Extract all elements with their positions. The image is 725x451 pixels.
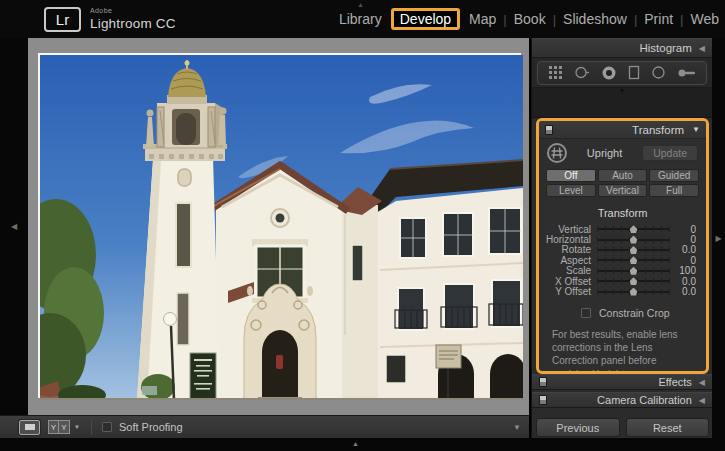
effects-collapse-icon[interactable]: ◀ (699, 378, 705, 387)
effects-enable-toggle[interactable] (539, 377, 547, 387)
lightroom-window: Lr Adobe Lightroom CC ▲ Library Develop … (0, 0, 725, 451)
upright-guided-button[interactable]: Guided (649, 169, 699, 182)
crop-overlay-icon[interactable] (548, 65, 563, 80)
slider-thumb[interactable] (629, 256, 638, 264)
top-module-bar: Lr Adobe Lightroom CC ▲ Library Develop … (0, 0, 725, 38)
upright-vertical-button[interactable]: Vertical (598, 184, 648, 197)
graduated-filter-icon[interactable] (628, 65, 640, 80)
upright-level-button[interactable]: Level (546, 184, 596, 197)
photo-image (40, 55, 523, 400)
slider-value[interactable]: 0 (670, 224, 696, 235)
slider-thumb[interactable] (629, 246, 638, 254)
loupe-view-button[interactable] (19, 420, 40, 435)
toolbar-options-icon[interactable]: ▼ (513, 423, 521, 432)
slider-label: X Offset (545, 276, 597, 287)
slider-track[interactable] (597, 225, 670, 233)
upright-auto-button[interactable]: Auto (598, 169, 648, 182)
slider-scale: Scale 100 (545, 266, 696, 276)
brand-block: Adobe Lightroom CC (90, 7, 176, 31)
slider-track[interactable] (597, 288, 670, 296)
camera-calibration-enable-toggle[interactable] (539, 395, 547, 405)
upright-tool-icon[interactable] (547, 143, 567, 163)
upright-label: Upright (567, 147, 642, 159)
slider-label: Y Offset (545, 286, 597, 297)
after-view-icon[interactable]: Y (59, 420, 70, 434)
effects-title: Effects (658, 376, 691, 388)
spot-removal-icon[interactable] (574, 65, 590, 80)
left-panel-expand-icon[interactable]: ◀ (11, 222, 17, 231)
develop-footer-buttons: Previous Reset (536, 418, 709, 437)
adjustment-brush-icon[interactable] (677, 66, 697, 80)
camera-calibration-collapse-icon[interactable]: ◀ (699, 396, 705, 405)
upright-full-button[interactable]: Full (649, 184, 699, 197)
slider-thumb[interactable] (629, 288, 638, 296)
scroll-notch-icon: ▼ (619, 87, 626, 94)
update-button[interactable]: Update (642, 145, 698, 161)
soft-proofing-label: Soft Proofing (119, 421, 183, 433)
slider-thumb[interactable] (629, 277, 638, 285)
left-panel-collapsed-strip[interactable]: ◀ (0, 38, 28, 415)
transform-title: Transform (632, 124, 684, 136)
reset-button[interactable]: Reset (626, 418, 710, 437)
slider-track[interactable] (597, 256, 670, 264)
slider-value[interactable]: 100 (670, 265, 696, 276)
right-panel-collapse-icon[interactable]: ▶ (715, 234, 721, 243)
slider-value[interactable]: 0.0 (670, 286, 696, 297)
module-separator: | (503, 12, 506, 27)
slider-value[interactable]: 0 (670, 234, 696, 245)
slider-track[interactable] (597, 277, 670, 285)
module-web[interactable]: Web (690, 11, 719, 27)
effects-panel-header[interactable]: Effects ◀ (532, 374, 712, 390)
slider-vertical: Vertical 0 (545, 224, 696, 234)
histogram-title: Histogram (639, 42, 691, 54)
module-print[interactable]: Print (644, 11, 673, 27)
slider-thumb[interactable] (629, 225, 638, 233)
filmstrip-collapsed-bar[interactable]: ▲ (0, 438, 725, 451)
soft-proofing-checkbox[interactable] (102, 422, 112, 432)
transform-sliders: Vertical 0 Horizontal 0 Rotate 0.0 Aspec… (545, 224, 696, 297)
previous-button[interactable]: Previous (536, 418, 620, 437)
module-book[interactable]: Book (514, 11, 546, 27)
module-separator: | (634, 12, 637, 27)
slider-label: Horizontal (545, 234, 597, 245)
before-after-view-button[interactable]: Y Y (48, 420, 70, 434)
camera-calibration-panel-header[interactable]: Camera Calibration ◀ (532, 392, 712, 408)
radial-filter-icon[interactable] (651, 65, 666, 80)
slider-track[interactable] (597, 267, 670, 275)
transform-panel-header[interactable]: Transform ▼ (539, 121, 706, 139)
before-view-icon[interactable]: Y (48, 420, 59, 434)
module-library[interactable]: Library (339, 11, 382, 27)
module-separator: | (680, 12, 683, 27)
develop-canvas (28, 38, 529, 415)
upright-off-button[interactable]: Off (546, 169, 596, 182)
slider-value[interactable]: 0 (670, 255, 696, 266)
tool-strip (532, 58, 712, 88)
slider-track[interactable] (597, 236, 670, 244)
before-after-dropdown-icon[interactable]: ▼ (74, 424, 80, 430)
slider-value[interactable]: 0.0 (670, 276, 696, 287)
slider-label: Aspect (545, 255, 597, 266)
upright-mode-buttons: Off Auto Guided Level Vertical Full (546, 169, 699, 197)
top-panel-collapse-icon[interactable]: ▲ (357, 1, 364, 8)
slider-value[interactable]: 0.0 (670, 244, 696, 255)
module-develop-active[interactable]: Develop (391, 8, 460, 30)
histogram-collapse-icon[interactable]: ◀ (699, 44, 705, 53)
constrain-crop-row: Constrain Crop (581, 307, 706, 319)
right-panel-edge-strip[interactable]: ▶ (712, 38, 725, 438)
slider-y-offset: Y Offset 0.0 (545, 286, 696, 296)
slider-track[interactable] (597, 246, 670, 254)
slider-thumb[interactable] (629, 267, 638, 275)
module-slideshow[interactable]: Slideshow (563, 11, 627, 27)
module-map[interactable]: Map (469, 11, 496, 27)
transform-section-title: Transform (539, 207, 706, 219)
transform-collapse-icon[interactable]: ▼ (692, 125, 700, 134)
filmstrip-expand-icon[interactable]: ▲ (352, 440, 359, 447)
constrain-crop-checkbox[interactable] (581, 308, 591, 318)
transform-enable-toggle[interactable] (545, 125, 553, 135)
photo-canvas[interactable] (38, 53, 521, 398)
tool-strip-well (537, 61, 707, 85)
slider-thumb[interactable] (629, 236, 638, 244)
histogram-panel-header[interactable]: Histogram ◀ (532, 38, 712, 58)
transform-panel-highlighted: Transform ▼ Upright Update Off Aut (536, 118, 709, 374)
red-eye-icon[interactable] (601, 65, 617, 81)
